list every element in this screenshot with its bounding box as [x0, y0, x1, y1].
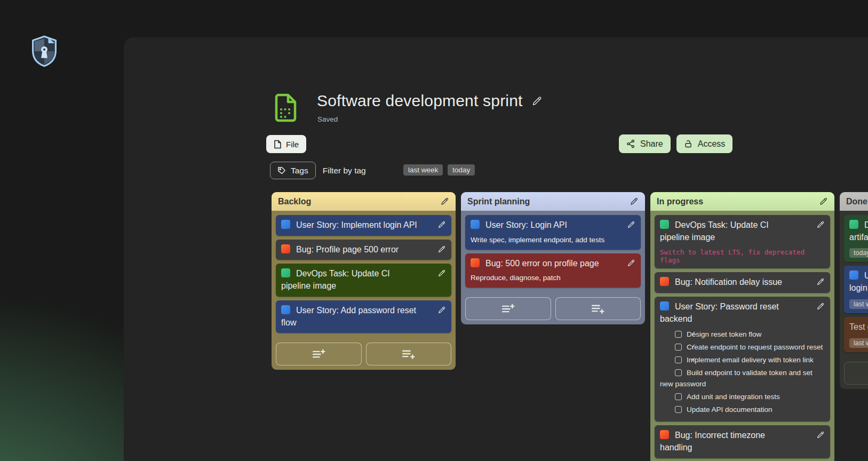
kanban-card[interactable]: Bug: Profile page 500 error	[276, 240, 451, 260]
share-button[interactable]: Share	[619, 134, 671, 153]
file-menu-button[interactable]: File	[266, 135, 306, 153]
kanban-card[interactable]: Bug: 500 error on profile pageReproduce,…	[465, 253, 641, 288]
card-color-chip-blue	[660, 301, 669, 311]
checkbox-unchecked-icon[interactable]	[675, 369, 682, 376]
board-column-backlog: BacklogUser Story: Implement login APIBu…	[272, 192, 456, 370]
card-color-chip-green	[660, 220, 669, 229]
kanban-card[interactable]: DevOps Task: Update CI pipeline imageSwi…	[655, 215, 830, 268]
edit-pencil-icon[interactable]	[819, 197, 828, 206]
edit-pencil-icon[interactable]	[437, 306, 446, 314]
edit-pencil-icon[interactable]	[437, 245, 446, 253]
filter-by-tag-label: Filter by tag	[323, 166, 366, 176]
checkbox-checked-icon[interactable]	[675, 344, 682, 351]
card-color-chip-red	[660, 430, 669, 439]
kanban-card[interactable]: User Story: Password reset backendDesign…	[655, 297, 830, 422]
card-tag-list: last week	[849, 299, 868, 309]
kanban-app-icon	[275, 93, 297, 122]
card-title: DevOps Task: Update CI pipeline image	[281, 268, 446, 292]
checkbox-checked-icon[interactable]	[675, 331, 682, 338]
add-card-bottom-button[interactable]	[366, 343, 452, 365]
checklist-item: Update API documentation	[660, 404, 825, 415]
add-item-bottom-icon	[590, 303, 606, 315]
column-body: User Story: Login APIWrite spec, impleme…	[461, 211, 645, 324]
add-card-top-button[interactable]	[276, 343, 362, 365]
checklist-item: Add unit and integration tests	[660, 392, 825, 402]
filter-tag-pill[interactable]: today	[448, 164, 475, 176]
column-header[interactable]: Done	[840, 192, 868, 211]
add-item-top-icon	[311, 348, 327, 360]
edit-pencil-icon[interactable]	[627, 259, 635, 267]
column-body: DevOps Task: Migrate build artifacts sto…	[840, 211, 868, 389]
edit-pencil-icon[interactable]	[437, 220, 446, 229]
column-header[interactable]: Sprint planning	[461, 192, 645, 211]
card-checklist: Design reset token flowCreate endpoint t…	[660, 329, 825, 416]
document-title: Software development sprint	[317, 92, 523, 110]
card-color-chip-red	[281, 244, 290, 253]
add-item-top-icon	[500, 303, 516, 315]
card-title: User Story: Implement login API	[281, 219, 446, 232]
edit-pencil-icon[interactable]	[627, 220, 635, 229]
file-icon	[274, 140, 282, 149]
tags-button[interactable]: Tags	[270, 162, 316, 179]
column-title: Backlog	[278, 197, 311, 206]
kanban-card[interactable]: Bug: Notification delay issue	[655, 272, 830, 293]
add-card-top-button[interactable]	[465, 297, 551, 320]
app-panel: Software development sprint Saved File S…	[124, 37, 868, 461]
kanban-card[interactable]: DevOps Task: Update CI pipeline image	[276, 264, 451, 296]
add-card-bottom-button[interactable]	[555, 297, 641, 320]
card-title: DevOps Task: Update CI pipeline image	[660, 219, 825, 243]
card-color-chip-red	[471, 258, 480, 267]
kanban-board: BacklogUser Story: Implement login APIBu…	[272, 192, 868, 461]
kanban-card[interactable]: User Story: Implement login API	[276, 215, 451, 236]
edit-pencil-icon[interactable]	[816, 277, 825, 286]
card-color-chip-blue	[849, 271, 858, 280]
kanban-card[interactable]: User Story: Add password reset flow	[276, 300, 451, 333]
access-button[interactable]: Access	[676, 134, 733, 153]
save-status: Saved	[317, 115, 338, 123]
column-header[interactable]: Backlog	[272, 192, 456, 211]
card-color-chip-blue	[281, 220, 290, 229]
kanban-card[interactable]: User Story: Login APIWrite spec, impleme…	[465, 215, 641, 250]
checkbox-unchecked-icon[interactable]	[675, 406, 682, 413]
tag-icon	[277, 166, 286, 175]
checkbox-unchecked-icon[interactable]	[675, 393, 682, 400]
kanban-card[interactable]: User Story: Add rate limiting to loginla…	[844, 266, 868, 313]
card-tag-pill: last week	[849, 338, 868, 348]
edit-pencil-icon[interactable]	[816, 302, 825, 311]
kanban-card[interactable]: Test compatibility on various OSlast wee…	[844, 317, 868, 352]
card-color-chip-red	[660, 277, 669, 286]
card-tag-list: last week	[849, 338, 868, 348]
cryptpad-logo-icon[interactable]	[30, 35, 59, 67]
edit-pencil-icon[interactable]	[816, 220, 825, 229]
checkbox-checked-icon[interactable]	[675, 356, 682, 363]
card-description: Write spec, implement endpoint, add test…	[471, 235, 635, 245]
filter-tag-list: last weektoday	[403, 164, 475, 176]
card-title: Bug: 500 error on profile page	[471, 258, 635, 270]
edit-pencil-icon[interactable]	[440, 197, 449, 206]
edit-pencil-icon[interactable]	[816, 431, 825, 439]
card-title: User Story: Add password reset flow	[281, 305, 446, 329]
edit-pencil-icon[interactable]	[437, 269, 446, 277]
card-title: User Story: Add rate limiting to login	[849, 270, 868, 294]
filter-tag-pill[interactable]: last week	[403, 164, 443, 176]
card-title: Test compatibility on various OS	[849, 321, 868, 333]
column-footer	[276, 343, 451, 365]
add-card-top-button[interactable]	[844, 362, 868, 385]
column-title: In progress	[657, 197, 703, 206]
column-header[interactable]: In progress	[650, 192, 834, 211]
board-column-in-progress: In progressDevOps Task: Update CI pipeli…	[650, 192, 834, 461]
card-tag-pill: last week	[849, 299, 868, 309]
checklist-item: Design reset token flow	[660, 329, 825, 340]
card-description: Reproduce, diagnose, patch	[471, 273, 635, 283]
column-title: Sprint planning	[467, 197, 530, 206]
card-title: Bug: Profile page 500 error	[281, 244, 446, 256]
kanban-card[interactable]: Bug: Incorrect timezone handling	[655, 425, 830, 458]
share-nodes-icon	[626, 139, 635, 148]
rename-title-pencil-icon[interactable]	[531, 96, 543, 107]
board-column-sprint-planning: Sprint planningUser Story: Login APIWrit…	[461, 192, 645, 324]
card-color-chip-green	[849, 220, 858, 229]
card-tag-list: today	[849, 248, 868, 258]
edit-pencil-icon[interactable]	[630, 197, 639, 206]
kanban-card[interactable]: DevOps Task: Migrate build artifacts sto…	[844, 215, 868, 262]
add-item-bottom-icon	[401, 348, 416, 360]
